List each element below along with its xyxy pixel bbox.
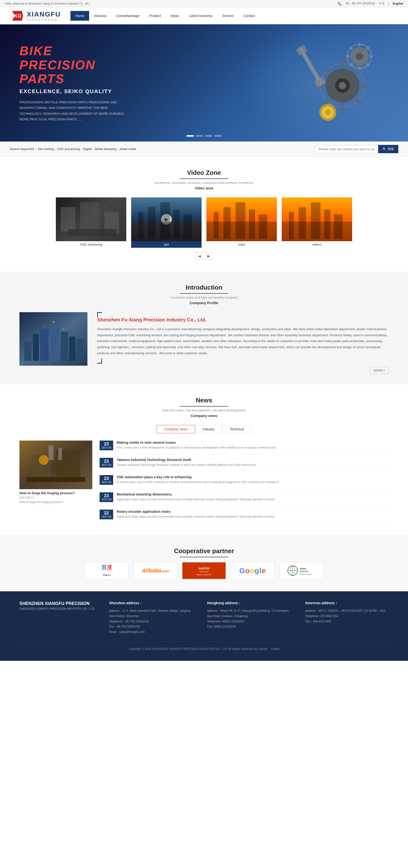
svg-rect-41 <box>174 210 180 239</box>
video-label-3: video2 <box>282 241 352 248</box>
video-prev-button[interactable]: ◀ <box>196 253 203 259</box>
footer-addr-line: address：Room F8, 8 / F, Cheong Ming Buil… <box>207 608 291 619</box>
news-item-1[interactable]: 23 2017-03 Taiwans Industrial Technology… <box>100 458 388 471</box>
more-button[interactable]: MORE+ <box>370 367 388 374</box>
svg-rect-59 <box>33 334 39 361</box>
video-thumb-img-0 <box>56 197 126 241</box>
hero-indicator-2[interactable] <box>205 135 212 137</box>
svg-rect-19 <box>369 55 373 58</box>
video-thumb-img-3 <box>282 197 352 241</box>
news-date-badge-0: 23 2017-03 <box>100 440 113 450</box>
footer-addr-line: Fax：86-755-33902188 <box>109 624 193 629</box>
news-item-title-1: Taiwans Industrial Technology Research I… <box>116 458 388 462</box>
news-item-3[interactable]: 23 2017-03 Mechanical mounting dimension… <box>100 492 388 506</box>
video-thumb-0[interactable]: CNC machining <box>56 197 126 248</box>
header: KO XIANGFU SOPHISTICATED HomeAboutusCore… <box>0 7 408 25</box>
intro-title: Introduction <box>20 284 388 291</box>
partner-google: Google <box>231 562 274 579</box>
hero-indicator-3[interactable] <box>214 135 222 137</box>
news-tagline: Real time news, real-time attention, the… <box>20 408 388 412</box>
search-input-wrap: 🔍 搜索 <box>315 145 398 153</box>
svg-rect-63 <box>69 337 75 361</box>
video-thumb-img-2 <box>206 197 277 241</box>
footer-top: SHENZHEN XIANGFU PRECISION SHENZHEN XIAN… <box>20 601 388 634</box>
svg-rect-42 <box>183 214 192 239</box>
search-btn-label: 搜索 <box>387 147 394 151</box>
nav-item-nav-product[interactable]: Product <box>144 11 166 21</box>
svg-rect-60 <box>40 329 48 361</box>
more-button-wrap: MORE+ <box>97 368 388 372</box>
nav-item-nav-news[interactable]: News <box>166 11 184 21</box>
nav-item-nav-core[interactable]: Coreadvantage <box>111 11 144 21</box>
svg-rect-40 <box>160 202 170 239</box>
news-item-desc-1: Taiwans Industrial Technology Research I… <box>116 463 388 467</box>
news-item-4[interactable]: 22 2017-03 Rotary encoder application no… <box>100 509 388 523</box>
svg-rect-61 <box>50 324 60 361</box>
news-tabs: Company newsIndustryTechnical <box>20 425 388 433</box>
svg-rect-24 <box>349 46 353 50</box>
news-item-desc-0: First, some users in the development of … <box>116 445 388 450</box>
news-item-content-3: Mechanical mounting dimensions, Applicat… <box>116 492 388 502</box>
news-item-desc-2: In recent years, due to CNC controller i… <box>116 480 388 485</box>
footer-brand-section: SHENZHEN XIANGFU PRECISION SHENZHEN XIAN… <box>20 601 95 634</box>
svg-point-30 <box>325 110 331 115</box>
news-item-desc-3: Application Note rotary encoder incremen… <box>116 497 388 502</box>
nav-item-nav-service[interactable]: Service <box>217 11 238 21</box>
svg-text:KO: KO <box>14 13 21 19</box>
lang-en[interactable]: English <box>393 2 403 5</box>
svg-rect-74 <box>58 448 62 460</box>
search-keywords-label: Search keywords： Die-casting，CNC process… <box>10 147 136 151</box>
news-main-desc: How to forge the forging process? <box>20 500 92 504</box>
news-date-badge-3: 23 2017-03 <box>100 492 113 502</box>
nav-item-nav-home[interactable]: Home <box>70 11 89 21</box>
video-thumb-3[interactable]: video2 <box>282 197 352 248</box>
partners-title: Cooperative partner <box>20 547 388 555</box>
nav-item-nav-contact[interactable]: Contact <box>238 11 260 21</box>
video-thumb-1[interactable]: ▶ sp4 <box>131 197 202 248</box>
topbar-right: 📞 Tel：86-755-29529219 中文 | English <box>338 1 403 6</box>
news-tab-0[interactable]: Company news <box>157 425 195 433</box>
svg-rect-35 <box>68 229 116 236</box>
news-item-content-0: Making molds to note several issues Firs… <box>116 440 388 450</box>
nav-item-nav-about[interactable]: Aboutus <box>89 11 111 21</box>
logo-text: XIANGFU SOPHISTICATED <box>27 10 61 21</box>
news-item-2[interactable]: 23 2017-03 CNC automation plays a key ro… <box>100 475 388 489</box>
introduction-section: Introduction A precision parts and high-… <box>0 272 408 384</box>
news-main-image: How to forge the forging process? 2017-0… <box>20 440 92 523</box>
video-next-button[interactable]: ▶ <box>205 253 212 259</box>
video-label-2: shp3 <box>206 241 277 248</box>
news-item-content-1: Taiwans Industrial Technology Research I… <box>116 458 388 467</box>
news-item-0[interactable]: 23 2017-03 Making molds to note several … <box>100 440 388 454</box>
partner-global-sources: global sources Verified Supplier <box>279 562 323 579</box>
lang-cn[interactable]: 中文 <box>379 1 385 6</box>
hero-indicator-0[interactable] <box>186 135 194 137</box>
hero-indicator-1[interactable] <box>196 135 203 137</box>
nav-item-nav-latest[interactable]: Latest business <box>184 11 217 21</box>
svg-point-5 <box>339 82 346 89</box>
news-tab-1[interactable]: Industry <box>195 425 222 433</box>
svg-rect-55 <box>324 210 330 239</box>
video-thumb-2[interactable]: shp3 <box>206 197 277 248</box>
video-zone-subtitle: Video area <box>10 186 398 190</box>
svg-rect-73 <box>48 445 54 460</box>
search-button[interactable]: 🔍 搜索 <box>378 145 398 153</box>
news-item-content-4: Rotary encoder application notes Applica… <box>116 509 388 519</box>
intro-inner: Shenzhen Fu Xiang Precision Industry Co.… <box>20 312 388 372</box>
search-input[interactable] <box>315 145 378 153</box>
video-label-0: CNC machining <box>56 241 126 248</box>
search-keywords: Die-casting，CNC processing，Digital，Metal… <box>38 147 136 151</box>
news-content: How to forge the forging process? 2017-0… <box>20 440 388 523</box>
svg-text:sources: sources <box>300 570 308 572</box>
svg-text:AUDITED: AUDITED <box>199 567 209 570</box>
lang-sep: | <box>388 2 389 5</box>
phone-icon: 📞 <box>338 2 342 5</box>
news-item-title-0: Making molds to note several issues <box>116 440 388 444</box>
svg-rect-21 <box>366 46 370 50</box>
svg-point-67 <box>63 329 64 330</box>
hero-subtitle: EXCELLENCE, SEIKO QUALITY <box>20 88 126 95</box>
intro-corner-tl <box>97 312 102 317</box>
hero-title: BIKE PRECISION PARTS <box>20 44 126 86</box>
brand-sub: SOPHISTICATED <box>27 18 61 21</box>
svg-rect-49 <box>259 214 267 239</box>
news-tab-2[interactable]: Technical <box>222 425 251 433</box>
